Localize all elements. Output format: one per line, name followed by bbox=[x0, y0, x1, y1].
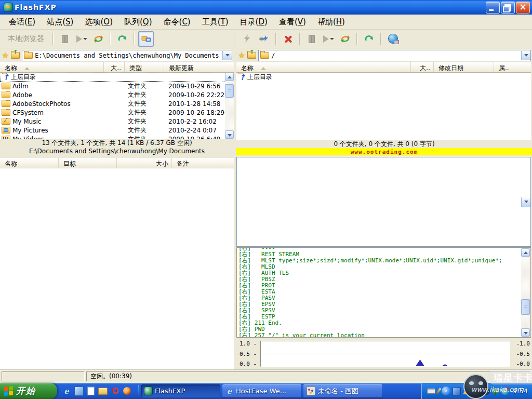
file-row[interactable]: Adlm文件夹2009-10-29 6:56 bbox=[0, 82, 234, 90]
file-row[interactable]: AdobeStockPhotos文件夹2010-1-28 14:58 bbox=[0, 99, 234, 108]
lightning-icon bbox=[243, 34, 251, 43]
scrollbar-thumb[interactable] bbox=[521, 299, 530, 315]
menu-item-commands[interactable]: 命令(C) bbox=[158, 16, 196, 29]
taskbar-button-paint[interactable]: 未命名 - 画图 bbox=[303, 384, 382, 397]
menu-item-view[interactable]: 查看(V) bbox=[273, 16, 312, 29]
notepad-icon[interactable] bbox=[87, 387, 95, 395]
command-combo[interactable] bbox=[236, 157, 531, 247]
dropdown-arrow-icon[interactable] bbox=[521, 197, 530, 207]
queue-list[interactable] bbox=[0, 168, 234, 370]
menu-item-queue[interactable]: 队列(Q) bbox=[118, 16, 158, 29]
menu-item-session[interactable]: 会话(E) bbox=[3, 16, 41, 29]
minimize-button[interactable] bbox=[486, 2, 500, 14]
graph-spike bbox=[416, 360, 424, 366]
local-pane: ★ ↑ E:\Documents and Settings\chenwuhong… bbox=[0, 48, 234, 370]
firefox-icon[interactable] bbox=[123, 387, 131, 395]
queue-header-target[interactable]: 目标 bbox=[59, 158, 117, 168]
show-desktop-icon[interactable] bbox=[74, 387, 84, 396]
remote-pane: ★ ↑ / 名称 大.. 修改日期 属.. 上层目录 0 个文件夹, 0 个文件… bbox=[236, 48, 532, 370]
log-line: [右] MLST type*;size*;sizd*;modify*;UNIX.… bbox=[238, 258, 520, 264]
start-remote-button[interactable] bbox=[321, 31, 336, 47]
quick-connect-button[interactable] bbox=[256, 31, 272, 47]
restore-button[interactable] bbox=[501, 2, 515, 14]
taskbar-button-ie[interactable]: eHostEase We... bbox=[222, 384, 301, 397]
graph-tick-label: -1.0 bbox=[516, 340, 530, 347]
log-line: [右] 257 "/" is your current location bbox=[238, 332, 520, 338]
favorites-star-icon[interactable]: ★ bbox=[238, 52, 245, 59]
column-header-type[interactable]: 类型 bbox=[125, 62, 164, 72]
local-browser-button[interactable]: 本地浏览器 bbox=[3, 31, 49, 47]
folder-icon[interactable] bbox=[98, 388, 108, 395]
scroll-up-icon[interactable] bbox=[521, 248, 530, 257]
log-output[interactable]: [右] ----[右] REST STREAM[右] MLST type*;si… bbox=[236, 247, 531, 338]
menu-item-help[interactable]: 帮助(H) bbox=[312, 16, 351, 29]
column-header-size[interactable]: 大.. bbox=[104, 62, 125, 72]
windows-update-icon[interactable] bbox=[453, 387, 461, 395]
up-directory-icon[interactable]: ↑ bbox=[11, 52, 20, 59]
menu-item-directory[interactable]: 目录(D) bbox=[234, 16, 273, 29]
folder-icon bbox=[24, 52, 33, 59]
abort-button[interactable] bbox=[280, 31, 296, 47]
local-file-list: 上层目录Adlm文件夹2009-10-29 6:56Adobe文件夹2009-1… bbox=[0, 73, 234, 139]
folder-icon bbox=[260, 52, 269, 59]
scroll-up-icon[interactable] bbox=[225, 73, 234, 81]
favorites-star-icon[interactable]: ★ bbox=[2, 52, 9, 59]
menu-item-options[interactable]: 选项(O) bbox=[79, 16, 118, 29]
collapse-tray-icon[interactable]: ‹ bbox=[442, 387, 450, 395]
pause-remote-button[interactable] bbox=[304, 31, 320, 47]
column-header-modified[interactable]: 修改日期 bbox=[434, 62, 494, 72]
connect-button[interactable] bbox=[240, 31, 255, 47]
menu-item-sites[interactable]: 站点(S) bbox=[41, 16, 79, 29]
local-column-headers: 名称 大.. 类型 最新更新 bbox=[0, 62, 234, 73]
quick-launch-bar: e O bbox=[57, 387, 136, 396]
file-row[interactable]: CFSystem文件夹2009-10-26 18:29 bbox=[0, 108, 234, 117]
dropdown-arrow-icon[interactable] bbox=[222, 51, 232, 60]
transfer-button[interactable] bbox=[90, 31, 106, 47]
opera-icon[interactable]: O bbox=[111, 387, 119, 395]
column-header-size[interactable]: 大.. bbox=[411, 62, 434, 72]
start-queue-button[interactable] bbox=[74, 31, 89, 47]
dropdown-arrow-icon[interactable] bbox=[521, 51, 530, 60]
file-row[interactable]: 上层目录 bbox=[236, 73, 531, 82]
file-row[interactable]: 上层目录 bbox=[0, 73, 234, 82]
local-path-combo[interactable]: E:\Documents and Settings\chenwuhong\My … bbox=[22, 50, 232, 61]
log-scrollbar[interactable] bbox=[521, 248, 530, 337]
transfer-remote-button[interactable] bbox=[337, 31, 353, 47]
taskbar-button-flashfxp[interactable]: FlashFXP bbox=[141, 384, 220, 397]
scroll-down-icon[interactable] bbox=[225, 130, 234, 139]
queue-header-remark[interactable]: 备注 bbox=[172, 158, 234, 168]
graph-plot-area bbox=[260, 341, 510, 367]
local-list-scrollbar[interactable] bbox=[225, 73, 234, 139]
column-header-modified[interactable]: 最新更新 bbox=[164, 62, 234, 72]
file-row[interactable]: My Pictures文件夹2010-2-24 0:07 bbox=[0, 126, 234, 135]
keyboard-ime-icon[interactable] bbox=[427, 388, 435, 394]
menu-item-tools[interactable]: 工具(T) bbox=[196, 16, 234, 29]
pen-ime-icon[interactable] bbox=[435, 388, 441, 395]
pause-queue-button[interactable] bbox=[57, 31, 73, 47]
close-button[interactable] bbox=[516, 2, 530, 14]
transfer-icon bbox=[340, 34, 350, 43]
ie-icon[interactable]: e bbox=[62, 387, 71, 395]
file-row[interactable]: My Videos文件夹2009-10-26 6:49 bbox=[0, 135, 234, 139]
site-manager-button[interactable] bbox=[385, 31, 401, 47]
up-directory-icon[interactable]: ↑ bbox=[247, 52, 256, 59]
column-header-attr[interactable]: 属.. bbox=[494, 62, 531, 72]
ie-icon: e bbox=[225, 387, 233, 395]
file-row[interactable]: Adobe文件夹2009-10-26 22:22 bbox=[0, 90, 234, 99]
column-header-name[interactable]: 名称 bbox=[236, 62, 411, 72]
remote-path-combo[interactable]: / bbox=[258, 50, 531, 61]
main-content: ★ ↑ E:\Documents and Settings\chenwuhong… bbox=[0, 48, 532, 370]
column-header-name[interactable]: 名称 bbox=[0, 62, 104, 72]
file-row[interactable]: My Music文件夹2010-2-2 16:02 bbox=[0, 117, 234, 126]
log-line: [右] ESTA bbox=[238, 289, 520, 295]
swap-panes-button[interactable] bbox=[138, 31, 154, 47]
queue-header-size[interactable]: 大小 bbox=[117, 158, 172, 168]
refresh-local-button[interactable] bbox=[114, 31, 130, 47]
desktop: FlashFXP 会话(E)站点(S)选项(O)队列(Q)命令(C)工具(T)目… bbox=[0, 0, 532, 399]
graph-spike bbox=[442, 364, 447, 366]
start-button[interactable]: 开始 bbox=[0, 383, 57, 399]
refresh-remote-button[interactable] bbox=[361, 31, 377, 47]
scrollbar-thumb[interactable] bbox=[225, 84, 234, 98]
queue-header-name[interactable]: 名称 bbox=[0, 158, 59, 168]
scroll-down-icon[interactable] bbox=[521, 328, 530, 337]
